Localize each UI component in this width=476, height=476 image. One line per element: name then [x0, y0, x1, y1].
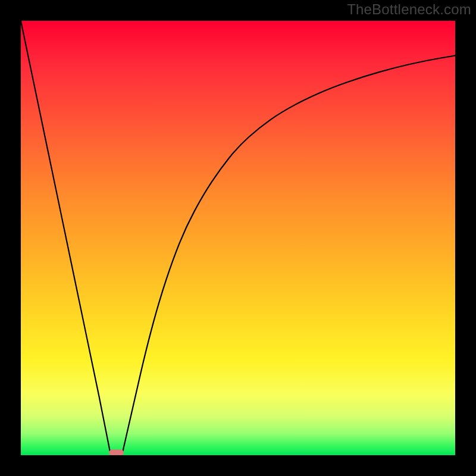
curve-left-branch	[21, 21, 110, 451]
curve-overlay	[21, 21, 455, 455]
bottleneck-marker	[109, 450, 124, 455]
plot-area	[21, 21, 455, 455]
watermark-text: TheBottleneck.com	[347, 1, 471, 18]
curve-right-branch	[123, 55, 455, 450]
chart-frame: TheBottleneck.com	[0, 0, 476, 476]
